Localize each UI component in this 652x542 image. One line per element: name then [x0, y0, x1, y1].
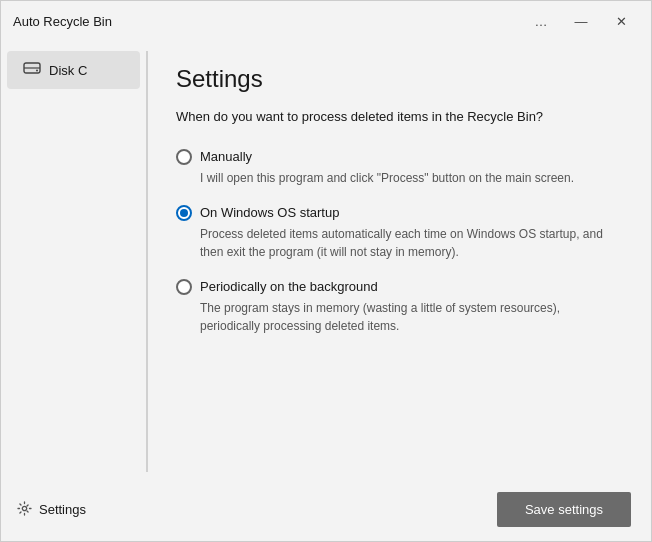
content-area: Settings When do you want to process del…	[148, 41, 651, 482]
more-button[interactable]: …	[523, 6, 559, 36]
minimize-button[interactable]: —	[563, 6, 599, 36]
save-settings-button[interactable]: Save settings	[497, 492, 631, 527]
bottom-bar: Settings Save settings	[1, 482, 651, 541]
close-button[interactable]: ✕	[603, 6, 639, 36]
disk-icon	[23, 59, 41, 81]
radio-desc-manually: I will open this program and click "Proc…	[176, 169, 619, 187]
content-subtitle: When do you want to process deleted item…	[176, 107, 619, 127]
settings-link[interactable]: Settings	[17, 501, 86, 519]
titlebar-left: Auto Recycle Bin	[13, 14, 112, 29]
radio-circle-startup[interactable]	[176, 205, 192, 221]
svg-point-2	[36, 70, 38, 72]
radio-label-startup[interactable]: On Windows OS startup	[176, 205, 619, 221]
radio-desc-periodically: The program stays in memory (wasting a l…	[176, 299, 619, 335]
radio-desc-startup: Process deleted items automatically each…	[176, 225, 619, 261]
settings-link-label: Settings	[39, 502, 86, 517]
sidebar-item-label: Disk C	[49, 63, 87, 78]
radio-group: Manually I will open this program and cl…	[176, 149, 619, 353]
radio-circle-manually[interactable]	[176, 149, 192, 165]
radio-text-manually: Manually	[200, 149, 252, 164]
radio-option-periodically: Periodically on the background The progr…	[176, 279, 619, 335]
radio-label-manually[interactable]: Manually	[176, 149, 619, 165]
radio-option-startup: On Windows OS startup Process deleted it…	[176, 205, 619, 261]
svg-point-3	[22, 506, 26, 510]
sidebar: Disk C	[1, 41, 146, 482]
radio-option-manually: Manually I will open this program and cl…	[176, 149, 619, 187]
titlebar-controls: … — ✕	[523, 6, 639, 36]
radio-text-startup: On Windows OS startup	[200, 205, 339, 220]
main-layout: Disk C Settings When do you want to proc…	[1, 41, 651, 482]
app-title: Auto Recycle Bin	[13, 14, 112, 29]
gear-icon	[17, 501, 32, 519]
radio-text-periodically: Periodically on the background	[200, 279, 378, 294]
page-title: Settings	[176, 65, 619, 93]
titlebar: Auto Recycle Bin … — ✕	[1, 1, 651, 41]
radio-label-periodically[interactable]: Periodically on the background	[176, 279, 619, 295]
radio-circle-periodically[interactable]	[176, 279, 192, 295]
sidebar-item-disk-c[interactable]: Disk C	[7, 51, 140, 89]
